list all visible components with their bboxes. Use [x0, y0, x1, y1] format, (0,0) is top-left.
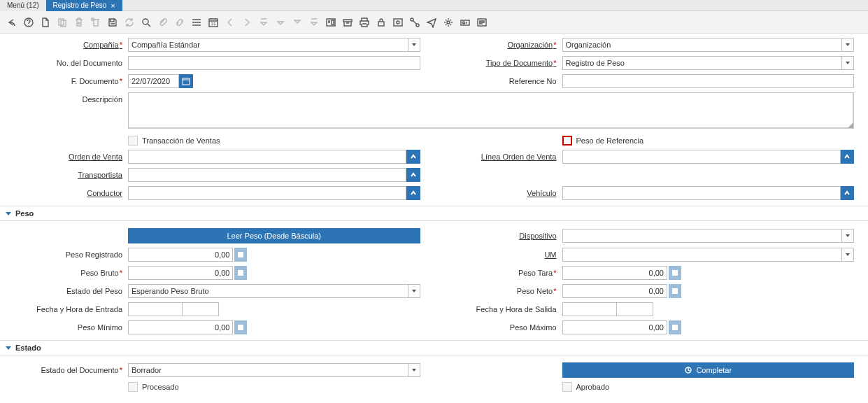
- procesado-checkbox[interactable]: [128, 382, 138, 392]
- tipo-doc-dropdown[interactable]: [562, 56, 855, 70]
- label-estado-peso: Estado del Peso: [14, 287, 122, 295]
- leer-peso-button[interactable]: Leer Peso (Desde Báscula): [128, 228, 420, 243]
- label-tipo-doc: Tipo de Documento*: [448, 59, 557, 67]
- undo-icon[interactable]: [4, 15, 20, 30]
- send-icon[interactable]: [424, 15, 439, 30]
- label-ref-no: Reference No: [448, 77, 557, 85]
- um-dropdown[interactable]: [562, 248, 855, 262]
- peso-tara-input[interactable]: [562, 266, 667, 280]
- calc-icon[interactable]: [669, 320, 681, 334]
- label-peso-bruto: Peso Bruto*: [14, 269, 122, 277]
- transportista-action[interactable]: [406, 168, 420, 182]
- next-icon: [239, 15, 255, 30]
- new-icon[interactable]: [38, 15, 53, 30]
- peso-min-input[interactable]: [128, 320, 233, 334]
- label-dispositivo: Dispositivo: [448, 232, 557, 240]
- close-icon[interactable]: ×: [111, 1, 115, 10]
- search-icon[interactable]: [138, 15, 154, 30]
- dispositivo-dropdown[interactable]: [562, 229, 855, 243]
- peso-bruto-input[interactable]: [128, 266, 233, 280]
- label-f-salida: Fecha y Hora de Salida: [448, 305, 557, 313]
- label-orden-venta: Orden de Venta: [14, 153, 122, 161]
- peso-reg-input[interactable]: [128, 248, 233, 262]
- zoom-icon[interactable]: [390, 15, 406, 30]
- f-entrada-date[interactable]: [128, 302, 183, 316]
- calc-icon[interactable]: [669, 266, 681, 280]
- orden-venta-action[interactable]: [406, 150, 420, 164]
- chevron-down-icon[interactable]: [408, 363, 420, 377]
- estado-peso-dropdown[interactable]: [128, 284, 420, 298]
- svg-rect-21: [238, 325, 243, 330]
- orden-venta-input[interactable]: [128, 150, 406, 164]
- f-entrada-time[interactable]: [183, 302, 219, 316]
- calendar-icon[interactable]: 31: [206, 15, 221, 30]
- section-peso[interactable]: Peso: [0, 206, 868, 221]
- chevron-down-icon[interactable]: [408, 38, 420, 52]
- refresh-icon: [122, 15, 137, 30]
- tools-icon[interactable]: [474, 15, 490, 30]
- label-peso-reg: Peso Registrado: [14, 250, 122, 259]
- lock-icon[interactable]: [373, 15, 389, 30]
- gear-icon[interactable]: [441, 15, 456, 30]
- report-icon[interactable]: [323, 15, 339, 30]
- calc-icon[interactable]: [669, 284, 681, 298]
- vehiculo-action[interactable]: [841, 186, 854, 200]
- section-estado[interactable]: Estado: [0, 340, 868, 355]
- ref-no-input[interactable]: [562, 74, 855, 88]
- chevron-down-icon[interactable]: [841, 56, 854, 70]
- calendar-icon[interactable]: [179, 74, 193, 88]
- vehiculo-input[interactable]: [562, 186, 841, 200]
- save-icon[interactable]: [105, 15, 120, 30]
- down-icon: [290, 15, 305, 30]
- linea-orden-action[interactable]: [841, 150, 854, 164]
- help-icon[interactable]: [21, 15, 36, 30]
- archive-icon[interactable]: [340, 15, 355, 30]
- process-icon[interactable]: [457, 15, 473, 30]
- scroll-area[interactable]: Compañía* Organización* No. del Document…: [0, 34, 868, 403]
- svg-text:31: 31: [211, 22, 216, 26]
- form: Compañía* Organización* No. del Document…: [0, 34, 868, 403]
- workflow-icon[interactable]: [407, 15, 422, 30]
- toolbar: 31: [0, 11, 868, 34]
- peso-neto-input[interactable]: [562, 284, 667, 298]
- descripcion-textarea[interactable]: [128, 92, 854, 129]
- trans-ventas-checkbox[interactable]: [128, 136, 138, 146]
- conductor-input[interactable]: [128, 186, 406, 200]
- copy-icon: [55, 15, 70, 30]
- f-salida-date[interactable]: [562, 302, 617, 316]
- svg-rect-20: [672, 288, 678, 294]
- chevron-down-icon[interactable]: [841, 229, 854, 243]
- conductor-action[interactable]: [406, 186, 420, 200]
- svg-rect-19: [672, 270, 678, 276]
- transportista-input[interactable]: [128, 168, 406, 182]
- calc-icon[interactable]: [234, 248, 247, 262]
- chevron-down-icon[interactable]: [841, 38, 854, 52]
- linea-orden-input[interactable]: [562, 150, 841, 164]
- peso-ref-checkbox[interactable]: [562, 136, 572, 146]
- aprobado-checkbox[interactable]: [562, 382, 572, 392]
- tab-menu[interactable]: Menú (12): [0, 0, 46, 11]
- first-icon: [256, 15, 271, 30]
- label-trans-ventas: Transacción de Ventas: [142, 136, 220, 145]
- label-peso-max: Peso Máximo: [448, 323, 557, 332]
- label-procesado: Procesado: [142, 383, 179, 391]
- f-documento-input[interactable]: [128, 74, 179, 88]
- chevron-down-icon[interactable]: [408, 284, 420, 298]
- svg-rect-22: [672, 325, 678, 330]
- organizacion-dropdown[interactable]: [562, 38, 855, 52]
- no-doc-input[interactable]: [128, 56, 420, 70]
- collapse-icon: [6, 346, 11, 350]
- f-salida-time[interactable]: [617, 302, 653, 316]
- chevron-down-icon[interactable]: [841, 248, 854, 262]
- calc-icon[interactable]: [234, 266, 247, 280]
- svg-point-9: [397, 21, 399, 24]
- grid-icon[interactable]: [189, 15, 204, 30]
- estado-doc-dropdown[interactable]: [128, 363, 420, 377]
- compania-dropdown[interactable]: [128, 38, 420, 52]
- completar-button[interactable]: Completar: [562, 362, 855, 378]
- tab-registro-peso[interactable]: Registro de Peso ×: [46, 0, 122, 11]
- print-icon[interactable]: [357, 15, 372, 30]
- svg-point-12: [447, 21, 450, 24]
- peso-max-input[interactable]: [562, 320, 667, 334]
- calc-icon[interactable]: [234, 320, 247, 334]
